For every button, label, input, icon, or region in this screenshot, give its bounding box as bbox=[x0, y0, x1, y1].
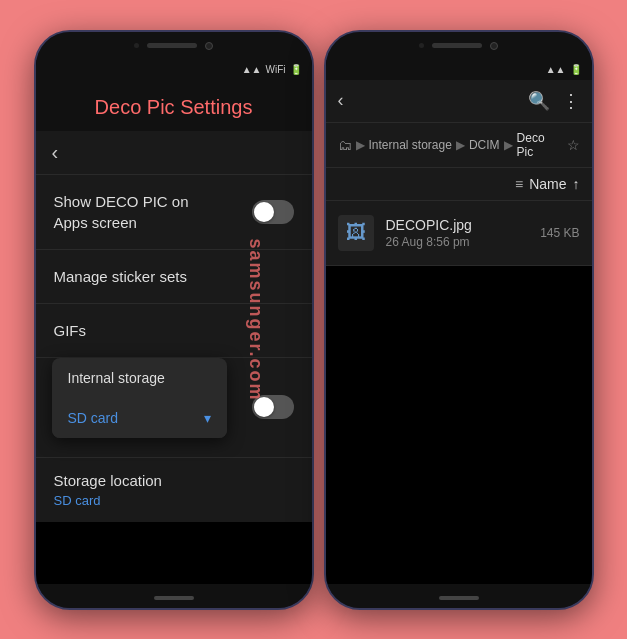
back-nav-icon[interactable]: ‹ bbox=[338, 90, 344, 111]
left-phone-topbar bbox=[36, 32, 312, 60]
phones-container: ▲▲ WiFi 🔋 Deco Pic Settings ‹ Show DECO … bbox=[34, 30, 594, 610]
settings-title: Deco Pic Settings bbox=[56, 96, 292, 119]
search-icon[interactable]: 🔍 bbox=[528, 90, 550, 112]
signal-icon: ▲▲ bbox=[242, 64, 262, 75]
right-speaker bbox=[432, 43, 482, 48]
dropdown-sd-card[interactable]: SD card ▾ bbox=[52, 398, 227, 438]
settings-list: Show DECO PIC onApps screen Manage stick… bbox=[36, 175, 312, 458]
left-screen: ▲▲ WiFi 🔋 Deco Pic Settings ‹ Show DECO … bbox=[36, 60, 312, 584]
file-item[interactable]: 🖼 DECOPIC.jpg 26 Aug 8:56 pm 145 KB bbox=[326, 201, 592, 266]
gifs-item[interactable]: GIFs bbox=[36, 304, 312, 358]
toggle-knob bbox=[254, 202, 274, 222]
sort-arrow-icon[interactable]: ↑ bbox=[573, 176, 580, 192]
breadcrumb-deco-pic[interactable]: Deco Pic bbox=[517, 131, 563, 159]
camera bbox=[205, 42, 213, 50]
breadcrumb-sep-2: ▶ bbox=[456, 138, 465, 152]
sensor bbox=[134, 43, 139, 48]
left-phone-bottombar bbox=[36, 584, 312, 610]
breadcrumb-sep-1: ▶ bbox=[356, 138, 365, 152]
show-deco-pic-toggle[interactable] bbox=[252, 200, 294, 224]
manage-sticker-item[interactable]: Manage sticker sets bbox=[36, 250, 312, 304]
right-home-indicator bbox=[439, 596, 479, 600]
breadcrumb-sep-3: ▶ bbox=[504, 138, 513, 152]
battery-icon: 🔋 bbox=[290, 64, 302, 75]
file-size: 145 KB bbox=[540, 226, 579, 240]
status-icons: ▲▲ WiFi 🔋 bbox=[242, 64, 302, 75]
folder-home-icon[interactable]: 🗂 bbox=[338, 137, 352, 153]
nav-icons-right: 🔍 ⋮ bbox=[528, 90, 580, 112]
right-signal-icon: ▲▲ bbox=[546, 64, 566, 75]
settings-header: Deco Pic Settings bbox=[36, 80, 312, 131]
speaker bbox=[147, 43, 197, 48]
show-deco-pic-item[interactable]: Show DECO PIC onApps screen bbox=[36, 175, 312, 250]
show-deco-pic-label: Show DECO PIC onApps screen bbox=[54, 191, 252, 233]
right-battery-icon: 🔋 bbox=[570, 64, 582, 75]
sort-row: ≡ Name ↑ bbox=[326, 168, 592, 201]
file-name: DECOPIC.jpg bbox=[386, 217, 529, 233]
back-arrow-icon[interactable]: ‹ bbox=[52, 141, 59, 163]
back-row[interactable]: ‹ bbox=[36, 131, 312, 175]
right-phone: ▲▲ 🔋 ‹ 🔍 ⋮ 🗂 ▶ Internal storage ▶ DCIM ▶ bbox=[324, 30, 594, 610]
storage-location-value: SD card bbox=[54, 493, 294, 508]
dropdown-internal-storage[interactable]: Internal storage bbox=[52, 358, 227, 398]
right-screen: ▲▲ 🔋 ‹ 🔍 ⋮ 🗂 ▶ Internal storage ▶ DCIM ▶ bbox=[326, 60, 592, 584]
file-thumbnail-icon: 🖼 bbox=[338, 215, 374, 251]
storage-dropdown[interactable]: Internal storage SD card ▾ bbox=[52, 358, 227, 438]
watermark: samsunger.com bbox=[245, 238, 266, 401]
breadcrumb-internal[interactable]: Internal storage bbox=[369, 138, 452, 152]
right-status-icons: ▲▲ 🔋 bbox=[546, 64, 582, 75]
sort-lines-icon[interactable]: ≡ bbox=[515, 176, 523, 192]
storage-location-label: Storage location bbox=[54, 472, 294, 489]
storage-location-item[interactable]: Storage location SD card bbox=[36, 458, 312, 522]
file-date: 26 Aug 8:56 pm bbox=[386, 235, 529, 249]
chevron-down-icon: ▾ bbox=[204, 410, 211, 426]
left-status-bar: ▲▲ WiFi 🔋 bbox=[36, 60, 312, 80]
file-manager-header: ‹ 🔍 ⋮ bbox=[326, 80, 592, 123]
more-options-icon[interactable]: ⋮ bbox=[562, 90, 580, 112]
right-phone-bottombar bbox=[326, 584, 592, 610]
breadcrumb-row: 🗂 ▶ Internal storage ▶ DCIM ▶ Deco Pic ☆ bbox=[326, 123, 592, 168]
jpg-icon: 🖼 bbox=[346, 221, 366, 244]
right-camera bbox=[490, 42, 498, 50]
right-status-bar: ▲▲ 🔋 bbox=[326, 60, 592, 80]
breadcrumb-dcim[interactable]: DCIM bbox=[469, 138, 500, 152]
right-phone-topbar bbox=[326, 32, 592, 60]
location-toggle-item[interactable]: L... Internal storage SD card ▾ bbox=[36, 358, 312, 458]
star-icon[interactable]: ☆ bbox=[567, 137, 580, 153]
sort-label[interactable]: Name bbox=[529, 176, 566, 192]
home-indicator bbox=[154, 596, 194, 600]
sd-card-label: SD card bbox=[68, 410, 119, 426]
right-sensor bbox=[419, 43, 424, 48]
file-info: DECOPIC.jpg 26 Aug 8:56 pm bbox=[386, 217, 529, 249]
wifi-icon: WiFi bbox=[266, 64, 286, 75]
left-phone: ▲▲ WiFi 🔋 Deco Pic Settings ‹ Show DECO … bbox=[34, 30, 314, 610]
